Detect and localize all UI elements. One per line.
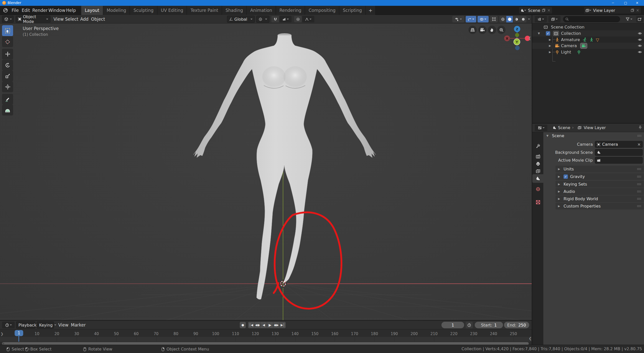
snap-target-selector[interactable] — [279, 16, 292, 22]
record-button[interactable]: ● — [240, 322, 246, 328]
axis-gizmo[interactable]: Z X Y — [501, 23, 532, 54]
new-collection-button[interactable] — [636, 16, 643, 22]
play-reverse-button[interactable]: ◀ — [261, 322, 267, 328]
panel-drag-handle[interactable] — [637, 135, 641, 137]
tab-compositing[interactable]: Compositing — [305, 6, 339, 15]
outliner-row-camera[interactable]: ▶ Camera — [532, 43, 644, 49]
tab-rendering[interactable]: Rendering — [276, 6, 305, 15]
collection-checkbox[interactable]: ✓ — [546, 31, 550, 36]
eye-icon[interactable] — [638, 38, 642, 42]
tool-rotate[interactable] — [2, 60, 13, 71]
mannequin-model[interactable] — [193, 33, 376, 299]
region-collapse-arrow[interactable]: ❮ — [528, 36, 531, 40]
pin-icon[interactable] — [638, 126, 642, 130]
playhead-line[interactable] — [18, 336, 19, 342]
disclosure-triangle-icon[interactable]: ▶ — [549, 50, 551, 54]
breadcrumb-view-layer[interactable]: View Layer — [584, 125, 606, 130]
tab-uv-editing[interactable]: UV Editing — [157, 6, 187, 15]
auto-keyframe-button[interactable] — [466, 322, 473, 328]
section-keying-sets[interactable]: ▶ Keying Sets — [555, 181, 644, 188]
tab-texture-paint[interactable]: Texture Paint — [187, 6, 222, 15]
disclosure-triangle-icon[interactable]: ▶ — [549, 44, 551, 47]
panel-drag-handle[interactable] — [637, 183, 641, 185]
timeline-collapse-arrow[interactable]: ❯ — [1, 332, 4, 336]
current-frame-field[interactable]: 1 — [441, 322, 464, 328]
jump-to-start-button[interactable]: ⏐◀ — [248, 322, 254, 328]
clear-camera-icon[interactable]: × — [637, 142, 641, 147]
outliner-row-light[interactable]: ▶ Light — [532, 49, 644, 55]
panel-drag-handle[interactable] — [637, 198, 641, 200]
jump-to-end-button[interactable]: ▶⏐ — [279, 322, 286, 328]
tab-world[interactable] — [533, 185, 543, 193]
show-overlays-toggle[interactable] — [478, 16, 489, 22]
editor-type-button[interactable] — [2, 16, 14, 23]
toggle-perspective-button[interactable] — [468, 26, 477, 34]
shading-solid-button[interactable] — [506, 16, 513, 22]
new-view-layer-icon[interactable] — [631, 9, 634, 12]
timeline-menu-playback[interactable]: Playback — [16, 321, 35, 329]
play-button[interactable]: ▶ — [267, 322, 273, 328]
pan-view-button[interactable] — [488, 26, 496, 34]
viewport-menu-object[interactable]: Object — [89, 15, 107, 23]
eye-icon[interactable] — [638, 50, 642, 54]
section-units[interactable]: ▶ Units — [555, 166, 644, 172]
tool-transform[interactable] — [2, 81, 13, 92]
transform-orientation-selector[interactable]: Global — [227, 16, 255, 23]
disclosure-triangle-icon[interactable]: ▼ — [538, 32, 540, 35]
new-scene-icon[interactable] — [542, 9, 545, 12]
remove-view-layer-icon[interactable]: × — [634, 8, 641, 13]
tab-shading[interactable]: Shading — [222, 6, 247, 15]
section-rigid-body-world[interactable]: ▶ Rigid Body World — [555, 195, 644, 202]
mode-selector[interactable]: Object Mode — [16, 16, 50, 23]
playhead-frame-pill[interactable]: 1 — [15, 330, 23, 336]
xray-toggle[interactable] — [490, 16, 498, 22]
previous-keyframe-button[interactable]: ◀◆ — [254, 322, 261, 328]
outliner-search-input[interactable] — [563, 16, 620, 22]
start-frame-field[interactable]: Start: 1 — [475, 322, 503, 328]
tool-annotate[interactable] — [2, 94, 13, 105]
pivot-point-selector[interactable] — [256, 16, 269, 23]
timeline-ruler[interactable]: 1020304050607080901001101201301401501601… — [0, 329, 532, 337]
minimize-button[interactable]: ─ — [607, 0, 619, 6]
outliner-filter-type[interactable] — [548, 16, 561, 22]
tab-texture[interactable] — [533, 198, 543, 207]
end-frame-field[interactable]: End: 250 — [504, 322, 529, 328]
active-movie-clip-field[interactable] — [595, 157, 643, 164]
close-button[interactable]: ✕ — [631, 0, 643, 6]
panel-drag-handle[interactable] — [637, 190, 641, 193]
camera-data-icon[interactable] — [580, 43, 587, 49]
maximize-button[interactable]: ▢ — [620, 0, 631, 6]
scene-selector[interactable]: Scene × — [519, 7, 552, 14]
timeline-track[interactable] — [0, 337, 532, 342]
outliner-row-collection[interactable]: ▼ ✓ Collection — [532, 30, 644, 37]
tool-scale[interactable] — [2, 71, 13, 81]
tab-tool[interactable] — [533, 142, 543, 150]
tab-layout[interactable]: Layout — [81, 6, 103, 15]
show-gizmo-toggle[interactable] — [466, 16, 476, 22]
eye-icon[interactable] — [638, 31, 642, 36]
section-gravity[interactable]: ▶ ✓ Gravity — [555, 173, 644, 180]
tab-animation[interactable]: Animation — [247, 6, 276, 15]
shading-rendered-button[interactable] — [520, 16, 526, 22]
gravity-checkbox[interactable]: ✓ — [564, 174, 568, 179]
proportional-falloff-selector[interactable] — [302, 16, 314, 22]
shading-wireframe-button[interactable] — [499, 16, 506, 22]
tab-modeling[interactable]: Modeling — [103, 6, 130, 15]
gizmo-z-neg-axis[interactable] — [515, 46, 520, 50]
tool-measure[interactable] — [2, 105, 13, 115]
panel-drag-handle[interactable] — [637, 168, 641, 170]
camera-view-button[interactable] — [478, 26, 487, 34]
scene-panel-header[interactable]: ▼ Scene — [543, 132, 644, 139]
timeline-collapse-arrow-right[interactable]: ❮ — [529, 336, 532, 340]
shading-material-button[interactable] — [513, 16, 520, 22]
proportional-editing-toggle[interactable] — [294, 16, 302, 22]
background-scene-field[interactable] — [595, 149, 643, 156]
tab-scripting[interactable]: Scripting — [339, 6, 366, 15]
tab-scene[interactable] — [532, 174, 543, 183]
panel-drag-handle[interactable] — [637, 205, 641, 207]
timeline-editor-type[interactable] — [2, 322, 15, 328]
tab-sculpting[interactable]: Sculpting — [130, 6, 157, 15]
outliner-filter-button[interactable] — [623, 16, 635, 22]
next-keyframe-button[interactable]: ◆▶ — [273, 322, 279, 328]
tool-move[interactable] — [2, 49, 13, 60]
